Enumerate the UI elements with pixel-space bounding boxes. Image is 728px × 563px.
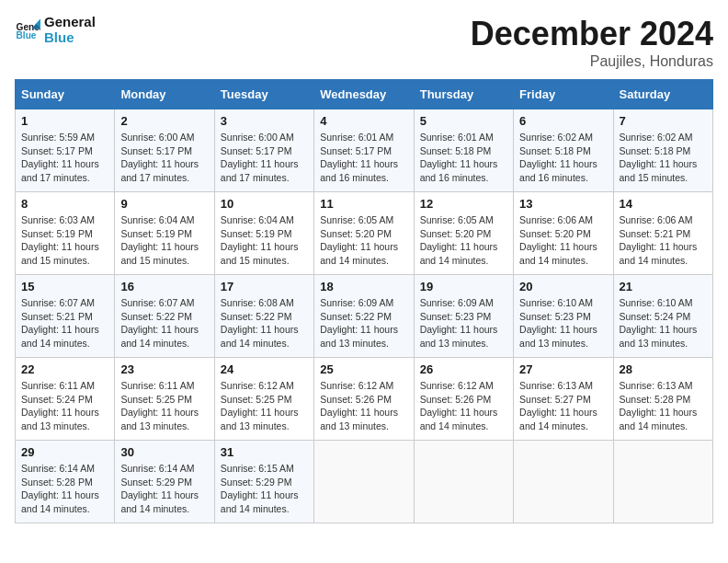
day-cell: 1 Sunrise: 5:59 AM Sunset: 5:17 PM Dayli… [16, 109, 115, 192]
day-cell: 13 Sunrise: 6:06 AM Sunset: 5:20 PM Dayl… [514, 192, 613, 275]
header-cell-wednesday: Wednesday [314, 80, 414, 109]
day-detail: Sunrise: 6:14 AM Sunset: 5:28 PM Dayligh… [21, 462, 108, 516]
day-detail: Sunrise: 6:09 AM Sunset: 5:22 PM Dayligh… [320, 296, 407, 350]
day-cell: 8 Sunrise: 6:03 AM Sunset: 5:19 PM Dayli… [16, 192, 115, 275]
day-number: 2 [120, 114, 208, 128]
day-number: 31 [221, 445, 308, 459]
day-number: 3 [221, 114, 308, 128]
day-detail: Sunrise: 6:06 AM Sunset: 5:20 PM Dayligh… [519, 213, 607, 268]
day-detail: Sunrise: 6:11 AM Sunset: 5:25 PM Dayligh… [120, 379, 208, 433]
day-number: 8 [21, 197, 108, 211]
day-cell: 22 Sunrise: 6:11 AM Sunset: 5:24 PM Dayl… [16, 358, 115, 441]
page-header: General Blue General Blue December 2024 … [15, 15, 713, 70]
day-cell: 23 Sunrise: 6:11 AM Sunset: 5:25 PM Dayl… [115, 358, 214, 441]
day-detail: Sunrise: 6:00 AM Sunset: 5:17 PM Dayligh… [120, 131, 208, 185]
day-cell: 6 Sunrise: 6:02 AM Sunset: 5:18 PM Dayli… [514, 109, 613, 192]
day-number: 9 [120, 197, 208, 211]
day-cell: 10 Sunrise: 6:04 AM Sunset: 5:19 PM Dayl… [214, 192, 313, 275]
day-detail: Sunrise: 6:01 AM Sunset: 5:17 PM Dayligh… [320, 131, 407, 185]
day-detail: Sunrise: 6:06 AM Sunset: 5:21 PM Dayligh… [620, 213, 707, 268]
calendar-header: SundayMondayTuesdayWednesdayThursdayFrid… [16, 80, 713, 109]
day-number: 11 [320, 197, 407, 211]
day-detail: Sunrise: 6:00 AM Sunset: 5:17 PM Dayligh… [221, 131, 308, 185]
day-cell: 17 Sunrise: 6:08 AM Sunset: 5:22 PM Dayl… [214, 275, 313, 358]
day-detail: Sunrise: 6:11 AM Sunset: 5:24 PM Dayligh… [21, 379, 108, 433]
day-cell: 18 Sunrise: 6:09 AM Sunset: 5:22 PM Dayl… [314, 275, 414, 358]
day-cell: 5 Sunrise: 6:01 AM Sunset: 5:18 PM Dayli… [414, 109, 513, 192]
day-number: 14 [620, 197, 707, 211]
header-cell-monday: Monday [115, 80, 214, 109]
day-detail: Sunrise: 6:01 AM Sunset: 5:18 PM Dayligh… [420, 131, 507, 185]
day-cell: 3 Sunrise: 6:00 AM Sunset: 5:17 PM Dayli… [214, 109, 313, 192]
day-detail: Sunrise: 6:13 AM Sunset: 5:28 PM Dayligh… [620, 379, 707, 433]
header-cell-thursday: Thursday [414, 80, 513, 109]
day-cell: 26 Sunrise: 6:12 AM Sunset: 5:26 PM Dayl… [414, 358, 513, 441]
day-cell: 31 Sunrise: 6:15 AM Sunset: 5:29 PM Dayl… [214, 441, 313, 523]
day-number: 10 [221, 197, 308, 211]
day-number: 7 [620, 114, 707, 128]
day-detail: Sunrise: 6:02 AM Sunset: 5:18 PM Dayligh… [519, 131, 607, 185]
logo-icon: General Blue [15, 17, 40, 43]
day-cell: 16 Sunrise: 6:07 AM Sunset: 5:22 PM Dayl… [115, 275, 214, 358]
day-number: 25 [320, 362, 407, 376]
day-number: 30 [120, 445, 208, 459]
day-number: 26 [420, 362, 507, 376]
day-number: 22 [21, 362, 108, 376]
day-detail: Sunrise: 6:05 AM Sunset: 5:20 PM Dayligh… [320, 213, 407, 268]
day-number: 29 [21, 445, 108, 459]
day-cell: 21 Sunrise: 6:10 AM Sunset: 5:24 PM Dayl… [613, 275, 712, 358]
day-number: 23 [120, 362, 208, 376]
day-number: 4 [320, 114, 407, 128]
day-cell: 20 Sunrise: 6:10 AM Sunset: 5:23 PM Dayl… [514, 275, 613, 358]
day-cell: 24 Sunrise: 6:12 AM Sunset: 5:25 PM Dayl… [214, 358, 313, 441]
logo-blue: Blue [44, 30, 96, 46]
day-detail: Sunrise: 6:09 AM Sunset: 5:23 PM Dayligh… [420, 296, 507, 350]
day-number: 13 [519, 197, 607, 211]
header-cell-sunday: Sunday [16, 80, 115, 109]
day-detail: Sunrise: 6:13 AM Sunset: 5:27 PM Dayligh… [519, 379, 607, 433]
day-cell: 28 Sunrise: 6:13 AM Sunset: 5:28 PM Dayl… [613, 358, 712, 441]
logo-general: General [44, 15, 96, 30]
day-number: 21 [620, 280, 707, 293]
week-row-5: 29 Sunrise: 6:14 AM Sunset: 5:28 PM Dayl… [16, 441, 713, 523]
day-cell: 29 Sunrise: 6:14 AM Sunset: 5:28 PM Dayl… [16, 441, 115, 523]
calendar-table: SundayMondayTuesdayWednesdayThursdayFrid… [15, 79, 713, 523]
day-number: 5 [420, 114, 507, 128]
day-cell: 7 Sunrise: 6:02 AM Sunset: 5:18 PM Dayli… [613, 109, 712, 192]
day-detail: Sunrise: 6:04 AM Sunset: 5:19 PM Dayligh… [221, 213, 308, 268]
day-cell: 4 Sunrise: 6:01 AM Sunset: 5:17 PM Dayli… [314, 109, 414, 192]
location: Paujiles, Honduras [471, 53, 713, 70]
day-cell: 12 Sunrise: 6:05 AM Sunset: 5:20 PM Dayl… [414, 192, 513, 275]
week-row-4: 22 Sunrise: 6:11 AM Sunset: 5:24 PM Dayl… [16, 358, 713, 441]
day-cell: 9 Sunrise: 6:04 AM Sunset: 5:19 PM Dayli… [115, 192, 214, 275]
day-number: 19 [420, 280, 507, 293]
day-detail: Sunrise: 6:05 AM Sunset: 5:20 PM Dayligh… [420, 213, 507, 268]
day-cell [613, 441, 712, 523]
header-cell-friday: Friday [514, 80, 613, 109]
header-cell-saturday: Saturday [613, 80, 712, 109]
day-detail: Sunrise: 6:07 AM Sunset: 5:22 PM Dayligh… [120, 296, 208, 350]
day-detail: Sunrise: 6:08 AM Sunset: 5:22 PM Dayligh… [221, 296, 308, 350]
logo: General Blue General Blue [15, 15, 96, 45]
day-number: 15 [21, 280, 108, 293]
day-cell: 14 Sunrise: 6:06 AM Sunset: 5:21 PM Dayl… [613, 192, 712, 275]
day-number: 16 [120, 280, 208, 293]
day-number: 28 [620, 362, 707, 376]
day-cell [314, 441, 414, 523]
title-area: December 2024 Paujiles, Honduras [471, 15, 713, 70]
day-cell: 2 Sunrise: 6:00 AM Sunset: 5:17 PM Dayli… [115, 109, 214, 192]
day-cell: 27 Sunrise: 6:13 AM Sunset: 5:27 PM Dayl… [514, 358, 613, 441]
day-number: 24 [221, 362, 308, 376]
day-detail: Sunrise: 6:07 AM Sunset: 5:21 PM Dayligh… [21, 296, 108, 350]
week-row-1: 1 Sunrise: 5:59 AM Sunset: 5:17 PM Dayli… [16, 109, 713, 192]
day-cell [414, 441, 513, 523]
day-number: 12 [420, 197, 507, 211]
day-cell: 11 Sunrise: 6:05 AM Sunset: 5:20 PM Dayl… [314, 192, 414, 275]
day-detail: Sunrise: 6:12 AM Sunset: 5:26 PM Dayligh… [320, 379, 407, 433]
day-cell: 25 Sunrise: 6:12 AM Sunset: 5:26 PM Dayl… [314, 358, 414, 441]
day-detail: Sunrise: 6:15 AM Sunset: 5:29 PM Dayligh… [221, 462, 308, 516]
header-row: SundayMondayTuesdayWednesdayThursdayFrid… [16, 80, 713, 109]
day-number: 1 [21, 114, 108, 128]
month-title: December 2024 [471, 15, 713, 53]
week-row-3: 15 Sunrise: 6:07 AM Sunset: 5:21 PM Dayl… [16, 275, 713, 358]
